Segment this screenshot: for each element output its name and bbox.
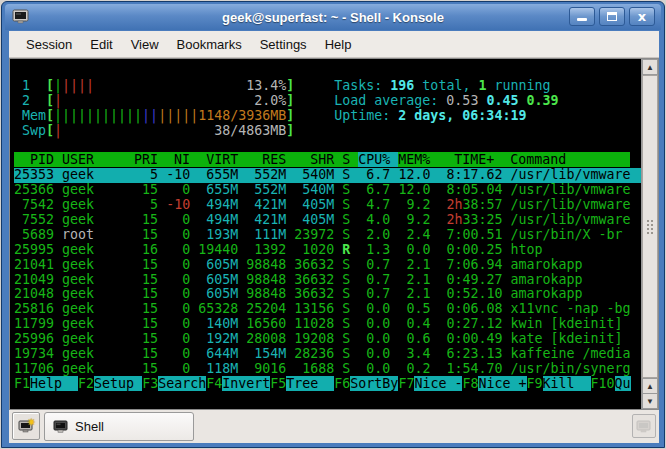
process-row-19734[interactable]: 19734 geek 15 0 644M 154M 28236 S 0.0 3.…: [14, 347, 641, 362]
process-row-11799[interactable]: 11799 geek 15 0 140M 16560 11028 S 0.0 0…: [14, 317, 641, 332]
process-row-25353[interactable]: 25353 geek 5 -10 655M 552M 540M S 6.7 12…: [14, 168, 641, 183]
fkey-F3[interactable]: F3Search: [142, 376, 206, 391]
menu-item-help[interactable]: Help: [316, 33, 361, 56]
window-title: geek@superfast: ~ - Shell - Konsole: [5, 10, 661, 25]
maximize-button[interactable]: [599, 7, 625, 26]
blank-line: [14, 139, 641, 154]
menu-bar: SessionEditViewBookmarksSettingsHelp: [9, 31, 659, 58]
process-row-7552[interactable]: 7552 geek 15 0 494M 421M 405M S 4.0 9.2 …: [14, 213, 641, 228]
fkey-F1[interactable]: F1Help: [14, 376, 78, 391]
konsole-window: geek@superfast: ~ - Shell - Konsole x Se…: [1, 1, 665, 448]
process-row-7542[interactable]: 7542 geek 5 -10 494M 421M 405M S 4.7 9.2…: [14, 198, 641, 213]
fkey-F6[interactable]: F6SortBy: [334, 376, 398, 391]
fkey-F10[interactable]: F10Qu: [591, 376, 631, 391]
maximize-icon: [607, 12, 617, 21]
session-tab-bar: ✷ Shell: [9, 410, 659, 443]
meter-line-mem: Mem[||||||||||||||||||1148/3936MB] Uptim…: [14, 109, 641, 124]
new-session-icon: ✷: [18, 420, 34, 434]
scrollbar-grip: [646, 219, 655, 235]
fkey-F5[interactable]: F5Tree: [270, 376, 334, 391]
terminal-view[interactable]: 1 [||||| 13.4%] Tasks: 196 total, 1 runn…: [9, 58, 659, 410]
menu-item-session[interactable]: Session: [17, 33, 81, 56]
detach-session-button[interactable]: [632, 414, 656, 438]
menu-item-edit[interactable]: Edit: [81, 33, 121, 56]
tab-shell[interactable]: Shell: [44, 412, 194, 441]
scroll-up-button[interactable]: ▲: [642, 59, 658, 75]
fkey-F4[interactable]: F4Invert: [206, 376, 270, 391]
close-icon: x: [638, 10, 646, 23]
process-row-25816[interactable]: 25816 geek 15 0 65328 25204 13156 S 0.0 …: [14, 302, 641, 317]
process-row-11706[interactable]: 11706 geek 15 0 118M 9016 1688 S 0.0 0.2…: [14, 362, 641, 377]
detach-session-icon: [636, 420, 652, 434]
process-row-25995[interactable]: 25995 geek 16 0 19440 1392 1020 R 1.3 0.…: [14, 243, 641, 258]
fkey-F2[interactable]: F2Setup: [78, 376, 142, 391]
menu-item-view[interactable]: View: [122, 33, 168, 56]
scrollbar-thumb[interactable]: [642, 75, 658, 378]
meter-line-2: 2 [| 2.0%] Load average: 0.53 0.45 0.39: [14, 94, 641, 109]
title-bar[interactable]: geek@superfast: ~ - Shell - Konsole x: [5, 4, 661, 30]
process-row-21048[interactable]: 21048 geek 15 0 605M 98848 36632 S 0.7 2…: [14, 287, 641, 302]
process-table-header: PID USER PRI NI VIRT RES SHR S CPU% MEM%…: [14, 153, 641, 168]
htop-screen: 1 [||||| 13.4%] Tasks: 196 total, 1 runn…: [10, 59, 641, 409]
new-session-button[interactable]: ✷: [12, 412, 40, 440]
process-row-5689[interactable]: 5689 root 15 0 193M 111M 23972 S 2.0 2.4…: [14, 228, 641, 243]
tab-label: Shell: [75, 419, 104, 434]
fkey-F9[interactable]: F9Kill: [527, 376, 591, 391]
process-row-21049[interactable]: 21049 geek 15 0 605M 98848 36632 S 0.7 2…: [14, 273, 641, 288]
scroll-up-button-bottom[interactable]: ▲: [642, 378, 658, 394]
shell-tab-icon: [53, 420, 69, 434]
minimize-button[interactable]: [569, 7, 595, 26]
sparkle-icon: ✷: [27, 417, 36, 427]
meter-line-swp: Swp[| 38/4863MB]: [14, 124, 641, 139]
minimize-icon: [577, 18, 587, 21]
function-key-bar: F1Help F2Setup F3SearchF4InvertF5Tree F6…: [14, 377, 641, 392]
process-row-25996[interactable]: 25996 geek 15 0 192M 28008 19208 S 0.0 0…: [14, 332, 641, 347]
menu-item-bookmarks[interactable]: Bookmarks: [168, 33, 251, 56]
scroll-down-button[interactable]: ▼: [642, 393, 658, 409]
fkey-F8[interactable]: F8Nice +: [462, 376, 526, 391]
scrollbar[interactable]: ▲ ▲ ▼: [641, 59, 658, 409]
meter-line-1: 1 [||||| 13.4%] Tasks: 196 total, 1 runn…: [14, 79, 641, 94]
process-row-25366[interactable]: 25366 geek 15 0 655M 552M 540M S 6.7 12.…: [14, 183, 641, 198]
menu-item-settings[interactable]: Settings: [251, 33, 316, 56]
process-row-21041[interactable]: 21041 geek 15 0 605M 98848 36632 S 0.7 2…: [14, 258, 641, 273]
fkey-F7[interactable]: F7Nice -: [398, 376, 462, 391]
close-button[interactable]: x: [629, 7, 655, 26]
